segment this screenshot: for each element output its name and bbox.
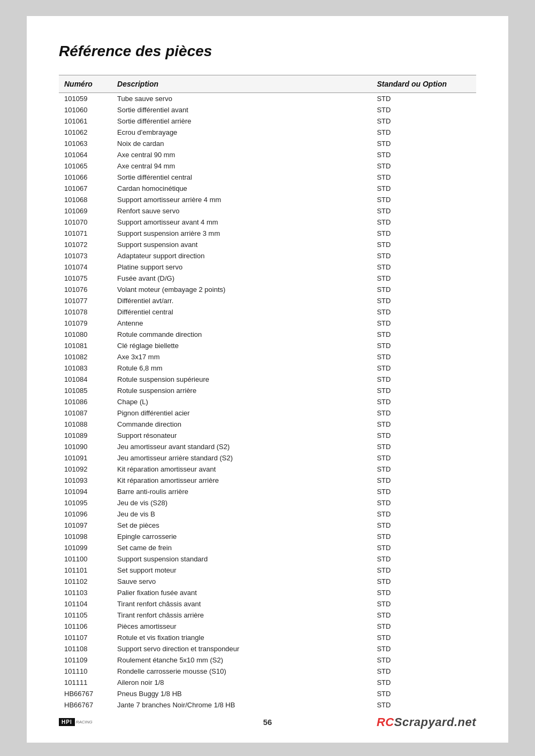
cell-description: Support suspension arrière 3 mm: [112, 228, 371, 239]
cell-standard: STD: [371, 475, 476, 486]
cell-standard: STD: [371, 464, 476, 475]
cell-standard: STD: [371, 239, 476, 250]
table-row: 101103Palier fixation fusée avantSTD: [59, 587, 476, 598]
table-row: 101080Rotule commande directionSTD: [59, 329, 476, 340]
cell-standard: STD: [371, 610, 476, 621]
table-row: 101108Support servo direction et transpo…: [59, 643, 476, 654]
cell-number: 101076: [59, 284, 112, 295]
cell-number: 101089: [59, 430, 112, 441]
table-row: 101068Support amortisseur arrière 4 mmST…: [59, 194, 476, 205]
cell-description: Support suspension standard: [112, 553, 371, 565]
table-row: 101109Roulement étanche 5x10 mm (S2)STD: [59, 654, 476, 666]
cell-number: 101096: [59, 508, 112, 520]
cell-description: Cardan homocinétique: [112, 183, 371, 194]
table-row: 101095Jeu de vis (S28)STD: [59, 497, 476, 508]
cell-standard: STD: [371, 396, 476, 407]
cell-number: 101070: [59, 217, 112, 228]
cell-standard: STD: [371, 115, 476, 127]
cell-standard: STD: [371, 542, 476, 553]
cell-description: Volant moteur (embayage 2 points): [112, 284, 371, 295]
cell-standard: STD: [371, 688, 476, 699]
cell-standard: STD: [371, 104, 476, 115]
cell-description: Antenne: [112, 318, 371, 329]
cell-standard: STD: [371, 160, 476, 172]
cell-number: 101063: [59, 138, 112, 149]
cell-number: 101071: [59, 228, 112, 239]
cell-description: Pièces amortisseur: [112, 621, 371, 632]
hpi-box: HPI: [59, 718, 75, 726]
cell-standard: STD: [371, 598, 476, 610]
table-row: 101094Barre anti-roulis arrièreSTD: [59, 486, 476, 497]
hpi-logo: HPI RACING: [59, 718, 93, 726]
footer: HPI RACING 56 RCScrapyard.net: [27, 718, 508, 727]
cell-number: 101093: [59, 475, 112, 486]
cell-description: Tirant renfort châssis arrière: [112, 610, 371, 621]
cell-standard: STD: [371, 553, 476, 565]
cell-description: Rotule suspension supérieure: [112, 374, 371, 385]
cell-description: Chape (L): [112, 396, 371, 407]
cell-description: Aileron noir 1/8: [112, 677, 371, 688]
cell-standard: STD: [371, 205, 476, 217]
cell-description: Jeu amortisseur avant standard (S2): [112, 441, 371, 452]
table-row: 101073Adaptateur support directionSTD: [59, 250, 476, 261]
table-row: 101097Set de piècesSTD: [59, 520, 476, 531]
cell-description: Set de pièces: [112, 520, 371, 531]
cell-description: Différentiel central: [112, 306, 371, 318]
cell-standard: STD: [371, 587, 476, 598]
cell-standard: STD: [371, 666, 476, 677]
table-row: 101076Volant moteur (embayage 2 points)S…: [59, 284, 476, 295]
cell-standard: STD: [371, 486, 476, 497]
table-row: 101093Kit réparation amortisseur arrière…: [59, 475, 476, 486]
cell-standard: STD: [371, 261, 476, 273]
table-row: 101072Support suspension avantSTD: [59, 239, 476, 250]
cell-description: Tube sauve servo: [112, 93, 371, 105]
cell-description: Roulement étanche 5x10 mm (S2): [112, 654, 371, 666]
cell-description: Support amortisseur avant 4 mm: [112, 217, 371, 228]
cell-number: 101074: [59, 261, 112, 273]
cell-number: 101086: [59, 396, 112, 407]
table-row: 101060Sortie différentiel avantSTD: [59, 104, 476, 115]
watermark-rc: RC: [377, 715, 394, 729]
cell-number: 101106: [59, 621, 112, 632]
table-row: 101100Support suspension standardSTD: [59, 553, 476, 565]
table-row: 101067Cardan homocinétiqueSTD: [59, 183, 476, 194]
cell-number: 101091: [59, 452, 112, 464]
cell-description: Jeu amortisseur arrière standard (S2): [112, 452, 371, 464]
cell-description: Adaptateur support direction: [112, 250, 371, 261]
cell-number: 101090: [59, 441, 112, 452]
cell-standard: STD: [371, 407, 476, 419]
cell-number: 101064: [59, 149, 112, 160]
cell-standard: STD: [371, 576, 476, 587]
cell-description: Rondelle carrosserie mousse (S10): [112, 666, 371, 677]
cell-description: Axe central 90 mm: [112, 149, 371, 160]
cell-description: Rotule commande direction: [112, 329, 371, 340]
cell-description: Support servo direction et transpondeur: [112, 643, 371, 654]
cell-standard: STD: [371, 385, 476, 396]
cell-description: Commande direction: [112, 419, 371, 430]
table-row: 101071Support suspension arrière 3 mmSTD: [59, 228, 476, 239]
cell-number: 101072: [59, 239, 112, 250]
table-row: 101099Set came de freinSTD: [59, 542, 476, 553]
cell-standard: STD: [371, 452, 476, 464]
cell-standard: STD: [371, 497, 476, 508]
cell-number: 101077: [59, 295, 112, 306]
cell-number: 101101: [59, 565, 112, 576]
table-row: 101106Pièces amortisseurSTD: [59, 621, 476, 632]
parts-table: Numéro Description Standard ou Option 10…: [59, 75, 476, 711]
table-row: 101089Support résonateurSTD: [59, 430, 476, 441]
cell-number: 101107: [59, 632, 112, 643]
table-header-row: Numéro Description Standard ou Option: [59, 75, 476, 93]
cell-standard: STD: [371, 699, 476, 711]
cell-description: Tirant renfort châssis avant: [112, 598, 371, 610]
cell-number: 101108: [59, 643, 112, 654]
cell-standard: STD: [371, 250, 476, 261]
cell-number: 101087: [59, 407, 112, 419]
cell-standard: STD: [371, 284, 476, 295]
cell-number: 101059: [59, 93, 112, 105]
cell-standard: STD: [371, 654, 476, 666]
cell-standard: STD: [371, 621, 476, 632]
cell-standard: STD: [371, 138, 476, 149]
cell-number: 101098: [59, 531, 112, 542]
cell-description: Set came de frein: [112, 542, 371, 553]
cell-standard: STD: [371, 228, 476, 239]
